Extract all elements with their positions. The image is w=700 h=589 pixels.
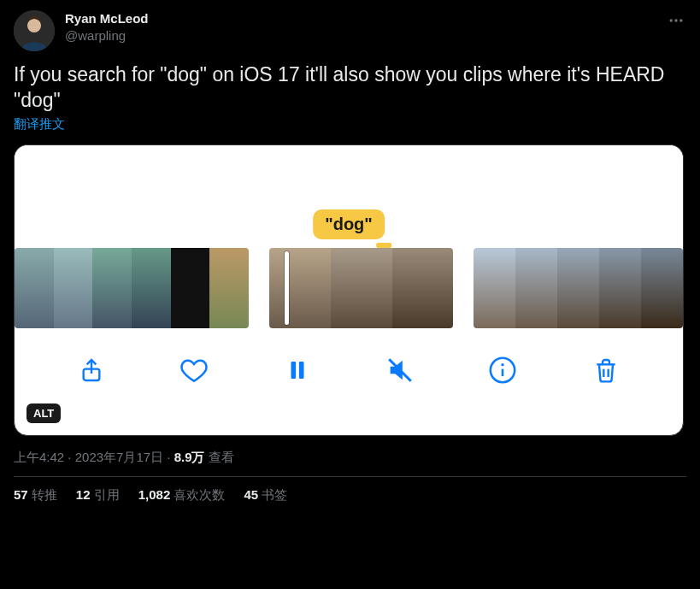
- tweet-time[interactable]: 上午4:42: [14, 450, 64, 464]
- video-frame: [92, 248, 132, 328]
- more-icon[interactable]: [666, 10, 686, 34]
- media-toolbar: [15, 328, 683, 412]
- video-frame: [15, 248, 54, 328]
- svg-rect-7: [299, 362, 304, 379]
- views-count: 8.9万: [174, 450, 205, 464]
- playhead-indicator[interactable]: [285, 251, 289, 325]
- video-frame: [132, 248, 171, 328]
- display-name: Ryan McLeod: [65, 10, 656, 27]
- video-frame: [599, 248, 641, 328]
- likes-stat[interactable]: 1,082 喜欢次数: [138, 487, 226, 504]
- video-frame: [474, 248, 515, 328]
- video-frame: [331, 248, 392, 328]
- clip-group-2[interactable]: [269, 248, 453, 328]
- svg-point-3: [674, 19, 677, 21]
- bookmarks-stat[interactable]: 45 书签: [244, 487, 287, 504]
- video-frame: [557, 248, 599, 328]
- svg-point-11: [502, 363, 504, 366]
- tweet-header: Ryan McLeod @warpling: [14, 10, 686, 51]
- video-frame: [515, 248, 557, 328]
- info-icon[interactable]: [485, 353, 520, 387]
- clip-group-3[interactable]: [474, 248, 683, 328]
- quotes-stat[interactable]: 12 引用: [76, 487, 120, 504]
- video-frame: [171, 248, 210, 328]
- video-timeline[interactable]: [15, 248, 683, 328]
- video-frame: [269, 248, 331, 328]
- video-frame: [54, 248, 93, 328]
- alt-badge[interactable]: ALT: [26, 403, 61, 423]
- clip-group-1[interactable]: [15, 248, 249, 328]
- tweet-date[interactable]: 2023年7月17日: [75, 450, 163, 464]
- retweets-stat[interactable]: 57 转推: [14, 487, 57, 504]
- handle: @warpling: [65, 27, 656, 44]
- trash-icon[interactable]: [589, 353, 623, 387]
- svg-point-1: [27, 19, 41, 32]
- translate-link[interactable]: 翻译推文: [14, 116, 686, 133]
- search-tag-text: "dog": [325, 215, 373, 233]
- video-frame: [641, 248, 683, 328]
- media-top-area: "dog": [15, 145, 683, 248]
- heart-icon[interactable]: [177, 353, 211, 387]
- mute-icon[interactable]: [383, 353, 417, 387]
- divider: [14, 476, 686, 477]
- video-frame: [209, 248, 249, 328]
- tweet-text: If you search for "dog" on iOS 17 it'll …: [14, 62, 686, 113]
- tweet-stats: 57 转推 12 引用 1,082 喜欢次数 45 书签: [14, 487, 686, 504]
- author-block[interactable]: Ryan McLeod @warpling: [65, 10, 656, 44]
- search-result-tag: "dog": [313, 209, 385, 239]
- avatar[interactable]: [14, 10, 55, 51]
- share-icon[interactable]: [74, 353, 109, 387]
- media-card[interactable]: "dog": [14, 144, 684, 436]
- tweet-container: Ryan McLeod @warpling If you search for …: [0, 0, 700, 504]
- svg-rect-6: [291, 362, 296, 379]
- views-label: 查看: [205, 450, 234, 464]
- tweet-meta: 上午4:42 · 2023年7月17日 · 8.9万 查看: [14, 450, 686, 466]
- video-frame: [392, 248, 454, 328]
- pause-icon[interactable]: [280, 353, 315, 387]
- svg-point-4: [679, 19, 682, 21]
- svg-point-2: [670, 19, 673, 21]
